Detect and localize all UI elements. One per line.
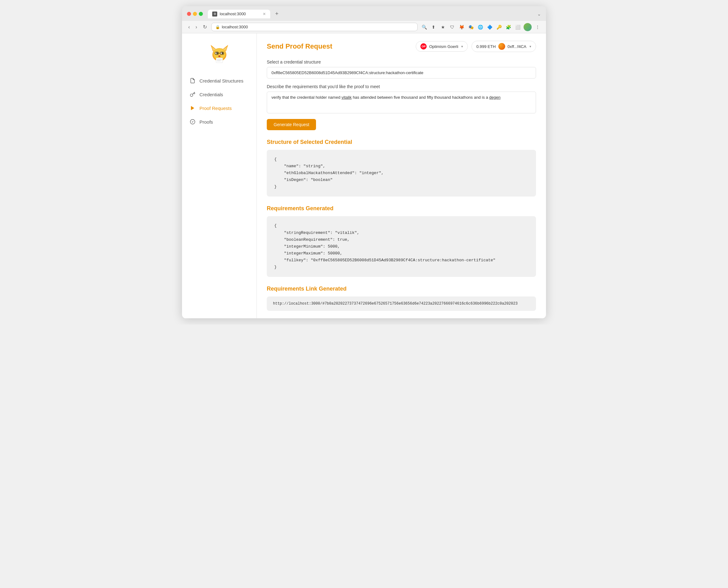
minimize-button[interactable] xyxy=(193,12,197,16)
header-right: OP Optimism Goerli ▾ 0.999 ETH 0xff...f4… xyxy=(416,41,536,52)
structure-heading: Structure of Selected Credential xyxy=(267,139,536,145)
expand-icon: ⌄ xyxy=(537,12,541,17)
back-button[interactable]: ‹ xyxy=(187,23,191,31)
document-icon xyxy=(189,78,196,84)
sidebar-label-credential-structures: Credential Structures xyxy=(199,78,243,83)
generate-request-button[interactable]: Generate Request xyxy=(267,119,316,130)
lock-icon: 🔒 xyxy=(215,25,220,29)
play-icon xyxy=(189,105,196,111)
profile-avatar[interactable] xyxy=(524,23,532,31)
app-logo xyxy=(208,43,230,64)
wallet-badge[interactable]: 0.999 ETH 0xff...f4CA ▾ xyxy=(471,41,536,52)
ext5-icon[interactable]: 🧩 xyxy=(505,24,512,30)
page-title: Send Proof Request xyxy=(267,42,332,50)
network-name: Optimism Goerli xyxy=(429,44,458,49)
select-credential-label: Select a credential structure xyxy=(267,60,536,64)
requirements-label: Describe the requirements that you'd lik… xyxy=(267,84,536,89)
wallet-avatar xyxy=(498,43,505,50)
requirements-code-block: { "stringRequirement": "vitalik", "boole… xyxy=(267,216,536,277)
sidebar-label-credentials: Credentials xyxy=(199,92,223,97)
fox-icon[interactable]: 🦊 xyxy=(458,24,465,30)
svg-point-10 xyxy=(217,52,218,53)
share-icon[interactable]: ⬆ xyxy=(430,24,437,30)
close-button[interactable] xyxy=(187,12,191,16)
requirements-textarea[interactable]: verify that the credential holder named … xyxy=(267,91,536,113)
ext2-icon[interactable]: 🌐 xyxy=(477,24,484,30)
wallet-address: 0xff...f4CA xyxy=(508,44,526,49)
credential-input[interactable] xyxy=(267,67,536,79)
traffic-lights xyxy=(187,12,203,16)
ext3-icon[interactable]: 🔷 xyxy=(486,24,493,30)
key-icon xyxy=(189,91,196,98)
sidebar-item-proofs[interactable]: Proofs xyxy=(182,115,257,129)
tab-close-button[interactable]: ✕ xyxy=(263,12,266,16)
vitalik-text: vitalik xyxy=(342,95,352,100)
network-chevron-icon: ▾ xyxy=(461,44,463,48)
window-icon[interactable]: ⬜ xyxy=(514,24,521,30)
sidebar-logo xyxy=(182,40,257,74)
main-header: Send Proof Request OP Optimism Goerli ▾ … xyxy=(267,41,536,52)
degen-text: degen xyxy=(489,95,501,100)
svg-point-11 xyxy=(223,52,223,53)
forward-button[interactable]: › xyxy=(194,23,198,31)
requirements-link-block: http://localhost:3000/#7b0a2020227373747… xyxy=(267,296,536,311)
check-icon xyxy=(189,119,196,125)
sidebar-item-credentials[interactable]: Credentials xyxy=(182,87,257,101)
browser-toolbar: ‹ › ↻ 🔒 localhost:3000 🔍 ⬆ ★ 🛡 🦊 🎭 🌐 🔷 🔑… xyxy=(182,21,546,33)
sidebar-label-proof-requests: Proof Requests xyxy=(199,106,231,111)
bookmark-icon[interactable]: ★ xyxy=(440,24,446,30)
address-url: localhost:3000 xyxy=(222,25,248,29)
address-bar[interactable]: 🔒 localhost:3000 xyxy=(211,23,418,31)
ext4-icon[interactable]: 🔑 xyxy=(496,24,502,30)
svg-point-12 xyxy=(218,56,220,57)
tab-title: localhost:3000 xyxy=(220,12,246,16)
browser-tab[interactable]: ⚙ localhost:3000 ✕ xyxy=(208,10,270,18)
wallet-chevron-icon: ▾ xyxy=(529,44,531,48)
structure-code-block: { "name": "string", "ethGlobalHackathons… xyxy=(267,150,536,196)
network-badge[interactable]: OP Optimism Goerli ▾ xyxy=(416,41,468,52)
eth-amount: 0.999 ETH xyxy=(476,44,496,49)
sidebar: Credential Structures Credentials Proof … xyxy=(182,33,257,318)
svg-marker-20 xyxy=(191,106,195,110)
toolbar-icons: 🔍 ⬆ ★ 🛡 🦊 🎭 🌐 🔷 🔑 🧩 ⬜ ⋮ xyxy=(421,23,541,31)
link-heading: Requirements Link Generated xyxy=(267,286,536,292)
menu-icon[interactable]: ⋮ xyxy=(534,24,541,30)
refresh-button[interactable]: ↻ xyxy=(202,23,208,31)
ext1-icon[interactable]: 🎭 xyxy=(467,24,474,30)
app-window: Credential Structures Credentials Proof … xyxy=(182,33,546,318)
new-tab-button[interactable]: + xyxy=(273,9,281,18)
sidebar-item-proof-requests[interactable]: Proof Requests xyxy=(182,101,257,115)
sidebar-item-credential-structures[interactable]: Credential Structures xyxy=(182,74,257,87)
main-content: Send Proof Request OP Optimism Goerli ▾ … xyxy=(257,33,546,318)
tab-favicon: ⚙ xyxy=(212,12,217,17)
search-icon[interactable]: 🔍 xyxy=(421,24,428,30)
sidebar-label-proofs: Proofs xyxy=(199,119,213,125)
requirements-heading: Requirements Generated xyxy=(267,205,536,212)
svg-rect-16 xyxy=(216,58,223,63)
maximize-button[interactable] xyxy=(199,12,203,16)
network-logo: OP xyxy=(420,43,427,49)
shield-icon[interactable]: 🛡 xyxy=(449,24,456,30)
